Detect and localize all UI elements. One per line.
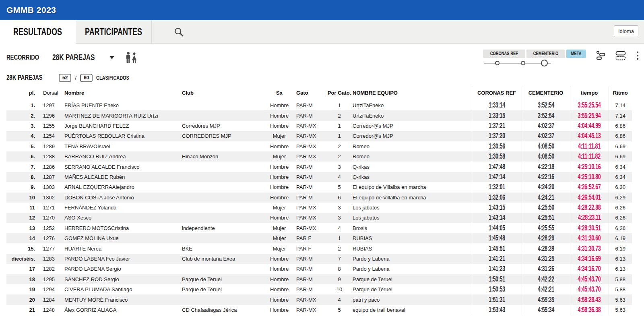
table-row[interactable]: 121270ASO XescoHombrePAR-MX3Los jabatos1… <box>6 213 632 223</box>
cell-gato: PAR-M <box>291 274 326 284</box>
cell-por_gato: 6 <box>326 193 353 203</box>
count-divider: / <box>75 75 76 81</box>
cell-nombre: SERRANO ALCALDE Francisco <box>64 162 182 172</box>
coronas_ref-time-value: 1:30:58 <box>489 152 505 161</box>
chip-meta[interactable]: META <box>566 50 586 58</box>
cell-pl: 4. <box>6 131 39 141</box>
cell-nombre: ARNAL EZQUERRAAlejandro <box>64 182 182 192</box>
slider-dot-cementerio[interactable] <box>521 61 525 65</box>
table-row[interactable]: 181295SÁNCHEZ ROD SergioParque de Teruel… <box>6 274 632 284</box>
tiempo-time-value: 4:28:22.88 <box>578 203 601 212</box>
cell-pl: 19 <box>6 284 39 294</box>
cell-pl: dieciséis. <box>6 254 39 264</box>
finished-count-badge: 52 <box>59 74 71 82</box>
cell-pl: 7. <box>6 162 39 172</box>
slider-dot-meta[interactable] <box>541 60 548 66</box>
cell-equipo: Pardo y Labena <box>353 254 472 264</box>
table-row[interactable]: 4.1254PUÉRTOLAS REBOLLAR CristinaCORREDO… <box>6 131 632 141</box>
cell-sx: Mujer <box>267 233 291 243</box>
pairs-category-button[interactable] <box>124 52 138 64</box>
chip-cementerio[interactable]: CEMENTERIO <box>526 50 565 58</box>
cell-equipo: RUBIAS <box>353 243 472 253</box>
table-row[interactable]: 111271FERNÁNDEZ YolandaMujerPAR-MX3Los j… <box>6 203 632 213</box>
search-button[interactable] <box>151 20 208 44</box>
cell-coronas_ref: 1:47:14 <box>472 172 522 182</box>
cementerio-time-value: 4:22:18 <box>538 163 554 171</box>
cell-tiempo: 4:04:44.99 <box>570 121 609 131</box>
table-row[interactable]: 2.1296MARTINEZ DE MARIGORTA RUIZ UrtziHo… <box>6 110 632 120</box>
more-options-button[interactable] <box>636 50 639 61</box>
cell-sx: Hombre <box>267 264 291 274</box>
cell-tiempo: 4:45:43.70 <box>570 274 609 284</box>
cell-coronas_ref: 1:43:14 <box>472 213 522 223</box>
cell-dorsal: 1287 <box>39 172 64 182</box>
table-row[interactable]: 1.1297FRÍAS PUENTE EnekoHombrePAR-M1Urtz… <box>6 100 632 110</box>
table-row[interactable]: 141276GOMEZ MOLINA UxueMujerPAR F1RUBIAS… <box>6 233 632 243</box>
cell-nombre: PARDO LABENA Sergio <box>64 264 182 274</box>
tab-participantes[interactable]: PARTICIPANTES <box>76 20 151 44</box>
coronas_ref-time-value: 1:47:48 <box>489 163 505 171</box>
table-row[interactable]: 3.1255Jorge BLANCHARD FELEZCorredores MJ… <box>6 121 632 131</box>
cell-pl: 11 <box>6 203 39 213</box>
tiempo-time-value: 4:26:54.01 <box>578 193 601 202</box>
table-row[interactable]: 15.1277HUARTE NereaBKEMujerPAR F2RUBIAS1… <box>6 243 632 253</box>
cell-dorsal: 1252 <box>39 223 64 233</box>
cell-equipo: El equipo de Villalba en marcha <box>353 182 472 192</box>
cementerio-time-value: 4:25:51 <box>538 213 554 222</box>
race-selector-dropdown[interactable]: 28K PAREJAS <box>52 53 114 62</box>
cell-ritmo: 6,34 <box>609 172 632 182</box>
cell-cementerio: 4:42:22 <box>522 274 570 284</box>
cell-cementerio: 4:31:26 <box>522 264 570 274</box>
cell-cementerio: 4:25:50 <box>522 203 570 213</box>
table-row[interactable]: 171282PARDO LABENA SergioHombrePAR-M8Par… <box>6 264 632 274</box>
chip-coronas-ref[interactable]: CORONAS REF <box>483 50 525 58</box>
cell-coronas_ref: 1:45:48 <box>472 233 522 243</box>
slider-dot-coronas-ref[interactable] <box>495 61 500 65</box>
cell-club: Hinaco Monzón <box>182 151 267 162</box>
cell-nombre: BARRANCO RUIZ Andrea <box>64 151 182 162</box>
cell-coronas_ref: 1:47:48 <box>472 162 522 172</box>
cell-nombre: MARTINEZ DE MARIGORTA RUIZ Urtzi <box>64 110 182 120</box>
cell-nombre: PUÉRTOLAS REBOLLAR Cristina <box>64 131 182 141</box>
cell-sx: Mujer <box>267 131 291 141</box>
cell-nombre: HUARTE Nerea <box>64 243 182 253</box>
cell-gato: PAR-MX <box>291 305 326 315</box>
row-layout-button[interactable] <box>615 50 626 61</box>
tab-resultados[interactable]: RESULTADOS <box>0 20 76 44</box>
cell-dorsal: 1303 <box>39 182 64 192</box>
idioma-button[interactable]: Idioma <box>614 25 638 37</box>
table-row[interactable]: dieciséis.1283PARDO LABENA Fco JavierClu… <box>6 254 632 264</box>
cell-gato: PAR-MX <box>291 131 326 141</box>
results-tbody: 1.1297FRÍAS PUENTE EnekoHombrePAR-M1Urtz… <box>6 100 632 315</box>
cementerio-time-value: 3:52:54 <box>538 112 554 120</box>
tab-bar: RESULTADOS PARTICIPANTES Idioma <box>0 20 644 44</box>
cell-por_gato: 5 <box>326 305 353 315</box>
cell-equipo: Q-rikas <box>353 162 472 172</box>
cell-club <box>182 294 267 304</box>
cell-coronas_ref: 1:30:56 <box>472 141 522 151</box>
table-row[interactable]: 8.1287MAÑES ALCALDE RubénHombrePAR-M4Q-r… <box>6 172 632 182</box>
toolbar-left: RECORRIDO 28K PAREJAS <box>6 52 138 64</box>
table-row[interactable]: 9.1303ARNAL EZQUERRAAlejandroHombrePAR-M… <box>6 182 632 192</box>
table-row[interactable]: 131252HERRERO MOTOSCristinaindependiente… <box>6 223 632 233</box>
cell-cementerio: 4:22:18 <box>522 162 570 172</box>
display-settings-button[interactable] <box>596 50 606 61</box>
table-row[interactable]: 201284MENTUY MORÉ FranciscoHombrePAR-MX4… <box>6 294 632 304</box>
cell-equipo: patri y paco <box>353 294 472 304</box>
table-row[interactable]: 101302DOBON COSTA José AntonioHombrePAR-… <box>6 193 632 203</box>
table-row[interactable]: 6.1288BARRANCO RUIZ AndreaHinaco MonzónM… <box>6 151 632 162</box>
cementerio-time-value: 4:22:16 <box>538 173 554 181</box>
tiempo-time-value: 3:55:25.94 <box>578 112 601 120</box>
table-row[interactable]: 7.1286SERRANO ALCALDE FranciscoHombrePAR… <box>6 162 632 172</box>
cell-club: Corredores MJP <box>182 121 267 131</box>
cell-equipo: Brosis <box>353 223 472 233</box>
cell-gato: PAR-MX <box>291 141 326 151</box>
table-row[interactable]: 5.1289TENA BRAVOIsraelHombrePAR-MX2Romeo… <box>6 141 632 151</box>
cell-por_gato: 1 <box>326 100 353 110</box>
cell-coronas_ref: 1:51:31 <box>472 294 522 304</box>
cell-nombre: ASO Xesco <box>64 213 182 223</box>
cell-tiempo: 4:04:45.13 <box>570 131 609 141</box>
cell-dorsal: 1276 <box>39 233 64 243</box>
table-row[interactable]: 191294CIVERA PLUMADA SantiagoParque de T… <box>6 284 632 294</box>
table-row[interactable]: 211248Álex GORRIZ ALIAGACD Chafaaliagas … <box>6 305 632 315</box>
